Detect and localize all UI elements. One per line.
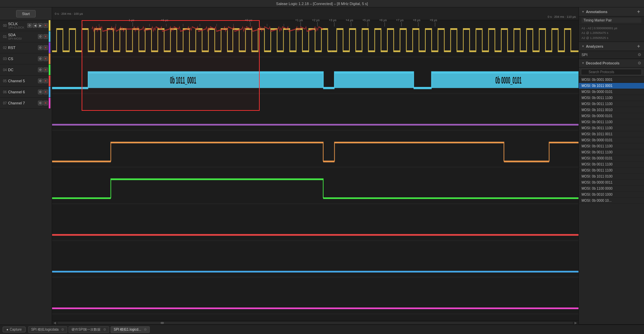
channel-color-bar [49,53,50,64]
protocol-item[interactable]: MOSI: 0b 0011 1100 [579,149,644,155]
channel-name: Channel 5 [8,79,38,83]
channel-color-bar [49,20,50,31]
channel-controls: ⚙ ✕ [38,34,48,39]
channel-close-btn[interactable]: ✕ [43,79,48,83]
waveform-area[interactable]: 0 s · 204 ms · 100 µs [52,7,578,325]
channel-settings-btn[interactable]: ⚙ [38,67,43,72]
analyzer-item-spi[interactable]: SPI ⚙ [579,51,644,59]
channel-close-btn[interactable]: ✕ [43,101,48,105]
analyzers-section: Analyzers + SPI ⚙ [579,42,644,59]
start-button[interactable]: Start [16,10,35,17]
decoded-protocols-gear-button[interactable]: ⚙ [638,61,641,65]
scroll-left-arrow[interactable]: ◀ [53,321,56,325]
capture-icon: ● [6,328,8,331]
channel-name: CS [8,57,38,61]
decoded-protocols-section: Decoded Protocols ⚙ 🔍 MOSI: 0b 0001 0001… [579,59,644,325]
decoded-protocols-header: Decoded Protocols ⚙ [579,59,644,67]
channel-nav-prev[interactable]: ◀ [33,23,37,28]
protocol-item[interactable]: MOSI: 0b 0001 0001 [579,77,644,83]
protocol-item[interactable]: MOSI: 0b 1100 0000 [579,186,644,192]
channel-num: 01 [1,35,7,39]
channel-close-btn[interactable]: ✕ [43,90,48,94]
channel-settings-btn[interactable]: ⚙ [38,101,43,105]
analyzer-gear-button[interactable]: ⚙ [638,52,641,57]
channel-close-btn[interactable]: ✕ [43,23,48,28]
protocol-item[interactable]: MOSI: 0b 0000 0101 [579,89,644,95]
protocol-item[interactable]: MOSI: 0b 0000 0101 [579,113,644,119]
annotations-title: Annotations [582,10,607,14]
capture-button[interactable]: ● Capture [3,327,26,332]
protocol-item[interactable]: MOSI: 0b 0011 1100 [579,95,644,101]
protocol-item[interactable]: MOSI: 0b 0011 1100 [579,125,644,131]
svg-rect-46 [335,73,414,88]
right-panel: Annotations + Timing Marker Pair A1 - A2… [578,7,644,325]
waveform-content[interactable]: 0b 1011_0001 0b 0000_0101 [52,20,578,321]
protocol-item[interactable]: MOSI: 0b 0000 0011 [579,180,644,186]
bottom-tab[interactable]: SPI 模拟1.logicd...⚙ [111,326,150,333]
protocol-item[interactable]: MOSI: 0b 0011 1100 [579,101,644,107]
channel-settings-btn[interactable]: ⚙ [38,45,43,50]
bottom-tab[interactable]: 硬件SPI第一次数据⚙ [69,326,109,333]
channel-settings-btn[interactable]: ⚙ [27,23,32,28]
timing-values: A1 - A2 | 0.5000000001 µs A1 @ 1.2050547… [579,25,644,42]
channel-panel-header: Start [0,7,52,20]
scrollbar-track[interactable] [57,322,573,324]
protocol-item[interactable]: MOSI: 0b 0010 1000 [579,192,644,198]
bottom-tab[interactable]: SPI 模拟.logicdata⚙ [28,326,68,333]
scrollbar-area[interactable]: ◀ ▶ [52,321,578,325]
protocol-item[interactable]: MOSI: 0b 0000 0101 [579,137,644,143]
protocol-item[interactable]: MOSI: 0b 1011 0010 [579,107,644,113]
tab-gear-icon[interactable]: ⚙ [61,328,64,331]
protocol-item[interactable]: MOSI: 0b 0011 1100 [579,168,644,174]
channel-close-btn[interactable]: ✕ [43,34,48,39]
annotations-add-button[interactable]: + [636,9,641,14]
timing-marker-pair[interactable]: Timing Marker Pair [582,18,641,23]
protocol-item[interactable]: MOSI: 0b 0000 10... [579,198,644,204]
channel-controls: ⚙ ✕ [38,45,48,50]
scroll-right-arrow[interactable]: ▶ [574,321,577,325]
protocol-item[interactable]: MOSI: 0b 1011 0011 [579,131,644,137]
tab-gear-icon[interactable]: ⚙ [103,328,106,331]
channel-panel: Start 00 SCLK SPI-CLOCK ⚙ ◀▶ ✕ 01 SDA SP… [0,7,52,325]
channel-row-rst: 02 RST ⚙ ✕ [0,42,52,53]
channel-name: SCLK [8,22,27,26]
channel-nav-next[interactable]: ▶ [38,23,43,28]
channel-row-cs: 03 CS ⚙ ✕ [0,53,52,64]
channel-name-block: Channel 5 [8,79,38,83]
annotations-section: Annotations + Timing Marker Pair A1 - A2… [579,7,644,42]
time-ruler: 0 s · 204 ms · 100 µs [52,7,578,20]
protocol-item[interactable]: MOSI: 0b 1011 0100 [579,174,644,180]
channel-name: DC [8,68,38,72]
channel-settings-btn[interactable]: ⚙ [38,79,43,83]
protocol-item[interactable]: MOSI: 0b 0000 0101 [579,155,644,161]
channel-name-block: RST [8,46,38,50]
protocol-item[interactable]: MOSI: 0b 1011 0001 [579,83,644,89]
search-protocols-input[interactable] [581,69,642,75]
channel-row-sclk: 00 SCLK SPI-CLOCK ⚙ ◀▶ ✕ [0,20,52,31]
protocol-item[interactable]: MOSI: 0b 0011 1100 [579,119,644,125]
channel-close-btn[interactable]: ✕ [43,56,48,61]
channel-close-btn[interactable]: ✕ [43,45,48,50]
channel-close-btn[interactable]: ✕ [43,67,48,72]
channel-num: 04 [1,68,7,72]
tab-gear-icon[interactable]: ⚙ [144,328,147,331]
channel-settings-btn[interactable]: ⚙ [38,34,43,39]
channel-num: 05 [1,79,7,83]
protocol-item[interactable]: MOSI: 0b 0011 1100 [579,161,644,168]
channel-name-block: Channel 6 [8,90,38,94]
channel-settings-btn[interactable]: ⚙ [38,56,43,61]
scrollbar-thumb[interactable] [161,322,164,324]
channel-controls: ⚙ ◀▶ ✕ [27,23,48,28]
channel-color-bar [49,42,50,53]
channel-controls: ⚙ ✕ [38,90,48,94]
protocol-item[interactable]: MOSI: 0b 0011 1100 [579,143,644,149]
annotation-item[interactable]: Timing Marker Pair [579,16,644,25]
analyzers-add-button[interactable]: + [636,44,641,49]
channel-controls: ⚙ ✕ [38,79,48,83]
channel-settings-btn[interactable]: ⚙ [38,90,43,94]
channel-name-block: SDA SPI-MOSI [8,33,38,40]
channel-controls: ⚙ ✕ [38,101,48,105]
analyzer-name-spi: SPI [582,53,588,57]
svg-text:0b 1011_0001: 0b 1011_0001 [170,74,196,86]
channel-color-bar [49,31,50,42]
